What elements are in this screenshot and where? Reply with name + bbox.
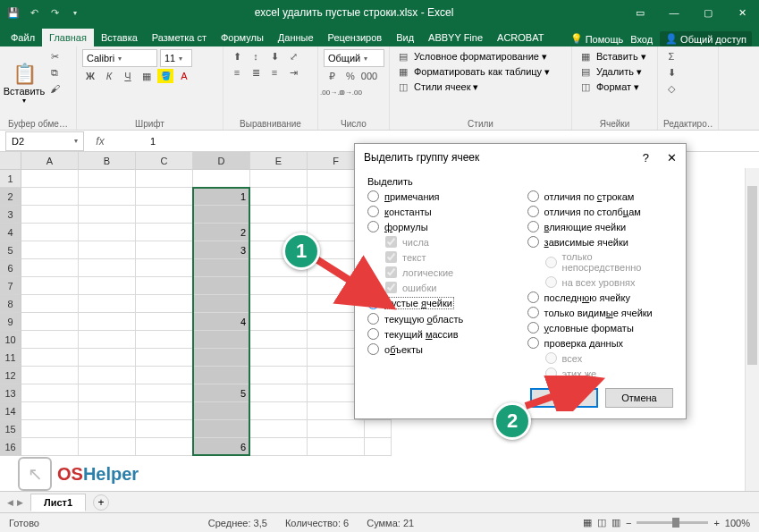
currency-icon[interactable]: ₽ <box>324 69 340 83</box>
dialog-option[interactable]: отличия по строкам <box>527 190 673 202</box>
row-header[interactable]: 7 <box>0 277 21 295</box>
ribbon-tab-разметка ст[interactable]: Разметка ст <box>145 29 214 46</box>
font-size-combo[interactable]: 11 <box>160 49 192 67</box>
paintbrush-icon[interactable]: 🖌 <box>46 81 63 96</box>
row-header[interactable]: 1 <box>0 170 21 188</box>
paste-button[interactable]: 📋 Вставить ▾ <box>5 49 43 118</box>
cell[interactable] <box>193 402 250 420</box>
cell[interactable] <box>250 277 308 295</box>
cell[interactable] <box>136 402 193 420</box>
cell[interactable] <box>21 277 79 295</box>
fx-icon[interactable]: fx <box>91 135 109 148</box>
cell[interactable] <box>193 420 250 438</box>
format-table-button[interactable]: ▦Форматировать как таблицу ▾ <box>395 64 566 79</box>
fill-icon[interactable]: 🪣 <box>157 69 173 83</box>
cell[interactable] <box>136 420 193 438</box>
cell[interactable] <box>79 170 136 188</box>
cell[interactable] <box>136 349 193 367</box>
select-all-corner[interactable] <box>0 152 21 170</box>
cell[interactable] <box>136 438 193 456</box>
ribbon-tab-рецензиров[interactable]: Рецензиров <box>321 29 390 46</box>
cell[interactable] <box>250 384 308 402</box>
row-header[interactable]: 13 <box>0 384 21 402</box>
zoom-out-icon[interactable]: − <box>626 518 631 528</box>
cell[interactable] <box>79 331 136 349</box>
col-header[interactable]: E <box>250 152 308 170</box>
cell[interactable] <box>250 170 308 188</box>
zoom-in-icon[interactable]: + <box>713 518 719 528</box>
dialog-option[interactable]: условные форматы <box>527 322 673 334</box>
cell[interactable] <box>250 206 308 224</box>
dialog-option[interactable]: объекты <box>367 343 510 355</box>
cell[interactable] <box>79 420 136 438</box>
view-layout-icon[interactable]: ◫ <box>597 517 606 528</box>
cell[interactable] <box>21 367 79 384</box>
cell[interactable] <box>365 438 392 456</box>
cell[interactable] <box>250 313 308 331</box>
fill-down-icon[interactable]: ⬇ <box>663 65 679 80</box>
ribbon-tab-abbyy fine[interactable]: ABBYY Fine <box>421 29 490 46</box>
cell[interactable]: 5 <box>193 384 250 402</box>
cell[interactable]: 2 <box>193 224 250 241</box>
dialog-option[interactable]: примечания <box>367 190 510 202</box>
cell[interactable] <box>79 224 136 241</box>
orient-icon[interactable]: ⤢ <box>285 49 301 63</box>
underline-icon[interactable]: Ч <box>120 69 136 83</box>
cell[interactable] <box>21 295 79 313</box>
sheet-nav-prev-icon[interactable]: ◀ <box>7 498 13 507</box>
cell[interactable] <box>193 170 250 188</box>
cell[interactable] <box>193 295 250 313</box>
number-format-combo[interactable]: Общий <box>324 49 384 67</box>
row-header[interactable]: 8 <box>0 295 21 313</box>
dialog-option[interactable]: константы <box>367 206 510 217</box>
format-button[interactable]: ◫Формат ▾ <box>578 80 652 94</box>
cell[interactable] <box>79 188 136 206</box>
cell[interactable] <box>193 206 250 224</box>
undo-icon[interactable]: ↶ <box>24 3 44 22</box>
cell[interactable] <box>136 331 193 349</box>
font-color-icon[interactable]: A <box>176 69 192 83</box>
cell[interactable] <box>136 259 193 277</box>
ribbon-tab-вид[interactable]: Вид <box>389 29 421 46</box>
align-left-icon[interactable]: ≡ <box>229 65 245 80</box>
cell[interactable] <box>250 349 308 367</box>
cell[interactable] <box>136 206 193 224</box>
ribbon-options-icon[interactable]: ▭ <box>623 0 657 25</box>
ribbon-tab-файл[interactable]: Файл <box>4 29 42 46</box>
ribbon-tab-формулы[interactable]: Формулы <box>214 29 271 46</box>
cell[interactable] <box>365 420 392 438</box>
cell-styles-button[interactable]: ◫Стили ячеек ▾ <box>395 80 566 94</box>
login-button[interactable]: Вход <box>630 34 653 45</box>
add-sheet-button[interactable]: + <box>93 494 109 511</box>
minimize-icon[interactable]: — <box>657 0 691 25</box>
cell[interactable] <box>250 331 308 349</box>
insert-button[interactable]: ▦Вставить ▾ <box>578 49 652 63</box>
cell[interactable] <box>79 367 136 384</box>
qat-more-icon[interactable]: ▾ <box>65 3 85 22</box>
cell[interactable] <box>79 295 136 313</box>
cell[interactable] <box>79 259 136 277</box>
dialog-option[interactable]: только видимые ячейки <box>527 307 673 318</box>
close-icon[interactable]: ✕ <box>725 0 759 25</box>
cell[interactable] <box>193 367 250 384</box>
dialog-option[interactable]: влияющие ячейки <box>527 221 673 232</box>
cond-format-button[interactable]: ▤Условное форматирование ▾ <box>395 49 566 63</box>
vertical-scrollbar[interactable] <box>745 168 759 491</box>
indent-icon[interactable]: ⇥ <box>285 65 301 80</box>
share-button[interactable]: 👤 Общий доступ <box>660 31 752 46</box>
dialog-option[interactable]: проверка данных <box>527 337 673 349</box>
cell[interactable] <box>136 277 193 295</box>
view-pagebreak-icon[interactable]: ▥ <box>611 517 620 528</box>
cell[interactable] <box>136 313 193 331</box>
ribbon-tab-данные[interactable]: Данные <box>271 29 321 46</box>
cell[interactable] <box>193 259 250 277</box>
bold-icon[interactable]: Ж <box>82 69 98 83</box>
zoom-slider[interactable] <box>637 521 708 524</box>
cell[interactable] <box>21 188 79 206</box>
cell[interactable] <box>250 402 308 420</box>
cancel-button[interactable]: Отмена <box>605 388 673 408</box>
cut-icon[interactable]: ✂ <box>46 49 63 63</box>
row-header[interactable]: 14 <box>0 402 21 420</box>
ribbon-tab-acrobat[interactable]: ACROBAT <box>490 29 551 46</box>
dec-dec-icon[interactable]: .0→.00 <box>342 85 358 99</box>
